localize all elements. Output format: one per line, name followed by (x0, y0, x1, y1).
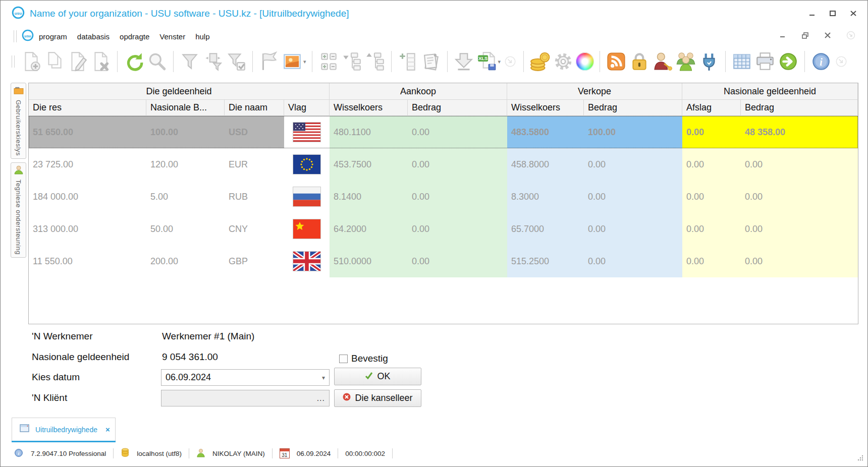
cell-nas_bedrag[interactable]: 0.00 (741, 148, 858, 181)
column-header[interactable]: Afslag (682, 100, 741, 116)
cell-naam[interactable]: EUR (225, 148, 284, 181)
collapse-menu-icon[interactable] (846, 31, 855, 42)
image-preview-button[interactable]: ▾ (281, 49, 307, 74)
column-header[interactable]: Nasionale B... (146, 100, 225, 116)
cell-naam[interactable]: GBP (225, 245, 284, 277)
edit-record-button[interactable] (66, 49, 89, 74)
column-header[interactable]: Wisselkoers (507, 100, 584, 116)
add-column-button[interactable] (396, 49, 419, 74)
collapse-tree-button[interactable] (363, 49, 387, 74)
goto-button[interactable] (502, 49, 519, 74)
bevestig-checkbox[interactable] (339, 355, 348, 363)
column-header[interactable]: Vlag (284, 100, 330, 116)
cell-naam[interactable]: USD (225, 116, 284, 148)
close-window-icon[interactable] (850, 10, 857, 17)
dropdown-caret-icon[interactable]: ▾ (498, 59, 501, 65)
cell-aankoop_bedrag[interactable]: 0.00 (408, 148, 507, 181)
mdi-close-icon[interactable] (824, 32, 831, 41)
cell-verkope_bedrag[interactable]: 0.00 (584, 148, 682, 181)
info-button[interactable]: i (809, 49, 833, 74)
cell-naam[interactable]: CNY (225, 213, 284, 245)
flag-cell[interactable] (284, 148, 330, 181)
cell-die_res[interactable]: 313 000.00 (29, 213, 146, 245)
menu-program[interactable]: program (34, 30, 72, 43)
column-header[interactable]: Wisselkoers (330, 100, 408, 116)
browse-ellipsis-button[interactable]: ... (317, 394, 325, 403)
expand-groups-button[interactable] (317, 49, 340, 74)
flag-cell[interactable] (284, 181, 330, 213)
cancel-button[interactable]: Die kanselleer (334, 389, 421, 407)
import-button[interactable] (452, 49, 475, 74)
documents-button[interactable] (419, 49, 443, 74)
user-key-button[interactable] (651, 49, 674, 74)
search-button[interactable] (145, 49, 169, 74)
cell-nas_bedrag[interactable]: 0.00 (741, 245, 858, 277)
menu-venster[interactable]: Venster (154, 30, 190, 43)
collapse-toolbar-button[interactable] (833, 49, 850, 74)
chevron-down-icon[interactable]: ▾ (322, 374, 325, 381)
users-button[interactable] (674, 49, 697, 74)
lock-button[interactable] (628, 49, 651, 74)
currency-row-cny[interactable]: 313 000.0050.00CNY64.20000.0065.70000.00… (29, 213, 858, 245)
mdi-minimize-icon[interactable] (779, 32, 786, 41)
menu-databasis[interactable]: databasis (72, 30, 115, 43)
cell-aankoop_koers[interactable]: 453.7500 (330, 148, 408, 181)
cell-aankoop_koers[interactable]: 64.2000 (330, 213, 408, 245)
column-header[interactable]: Die naam (225, 100, 284, 116)
flag-cell[interactable] (284, 245, 330, 277)
cell-verkope_koers[interactable]: 458.8000 (507, 148, 584, 181)
cell-nas_bedrag[interactable]: 48 358.00 (741, 116, 858, 148)
minimize-window-icon[interactable] (808, 10, 816, 17)
cell-verkope_bedrag[interactable]: 100.00 (584, 116, 682, 148)
rss-button[interactable] (605, 49, 628, 74)
tab-close-icon[interactable]: × (105, 425, 110, 434)
currency-row-eur[interactable]: 23 725.00120.00EUR453.75000.00458.80000.… (29, 148, 858, 181)
cell-verkope_koers[interactable]: 65.7000 (507, 213, 584, 245)
cell-nasionale_b[interactable]: 200.00 (146, 245, 225, 277)
toolbar-grip[interactable] (12, 55, 15, 68)
cell-afslag[interactable]: 0.00 (682, 181, 741, 213)
cell-die_res[interactable]: 51 650.00 (29, 116, 146, 148)
cell-die_res[interactable]: 184 000.00 (29, 181, 146, 213)
cell-nasionale_b[interactable]: 120.00 (146, 148, 225, 181)
filter-range-button[interactable] (201, 49, 225, 74)
go-next-button[interactable] (777, 49, 800, 74)
date-select[interactable]: 06.09.2024 ▾ (161, 369, 330, 386)
cell-afslag[interactable]: 0.00 (682, 245, 741, 277)
currency-row-rub[interactable]: 184 000.005.00RUB8.14000.008.30000.000.0… (29, 181, 858, 213)
cell-die_res[interactable]: 23 725.00 (29, 148, 146, 181)
cell-afslag[interactable]: 0.00 (682, 213, 741, 245)
client-input[interactable]: ... (161, 390, 330, 406)
cell-nas_bedrag[interactable]: 0.00 (741, 213, 858, 245)
cell-aankoop_koers[interactable]: 510.0000 (330, 245, 408, 277)
new-record-button[interactable] (20, 49, 43, 74)
flag-cell[interactable] (284, 213, 330, 245)
expand-tree-button[interactable] (340, 49, 363, 74)
cell-aankoop_bedrag[interactable]: 0.00 (408, 116, 507, 148)
info-status-icon[interactable]: i (14, 448, 24, 459)
column-header[interactable]: Bedrag (741, 100, 858, 116)
cell-afslag[interactable]: 0.00 (682, 148, 741, 181)
delete-record-button[interactable] (89, 49, 113, 74)
maximize-window-icon[interactable] (829, 10, 837, 17)
cell-aankoop_bedrag[interactable]: 0.00 (408, 213, 507, 245)
color-wheel-button[interactable] (575, 49, 595, 74)
menu-hulp[interactable]: hulp (190, 30, 214, 43)
plugin-button[interactable] (697, 49, 721, 74)
money-button[interactable] (528, 49, 552, 74)
column-header[interactable]: Die res (29, 100, 146, 116)
cell-nasionale_b[interactable]: 50.00 (146, 213, 225, 245)
cell-verkope_koers[interactable]: 483.5800 (507, 116, 584, 148)
mdi-restore-icon[interactable] (801, 32, 809, 41)
cell-verkope_bedrag[interactable]: 0.00 (584, 181, 682, 213)
column-header[interactable]: Bedrag (408, 100, 507, 116)
flag-cell[interactable] (284, 116, 330, 148)
sidebar-tab-gebruikerskieslys[interactable]: Gebruikerskieslys (11, 83, 26, 159)
export-xls-button[interactable]: XLS▾ (475, 49, 502, 74)
print-button[interactable] (753, 49, 777, 74)
cell-verkope_bedrag[interactable]: 0.00 (584, 245, 682, 277)
cell-verkope_bedrag[interactable]: 0.00 (584, 213, 682, 245)
cell-aankoop_koers[interactable]: 8.1400 (330, 181, 408, 213)
ok-button[interactable]: OK (334, 368, 421, 385)
filter-apply-button[interactable] (225, 49, 248, 74)
